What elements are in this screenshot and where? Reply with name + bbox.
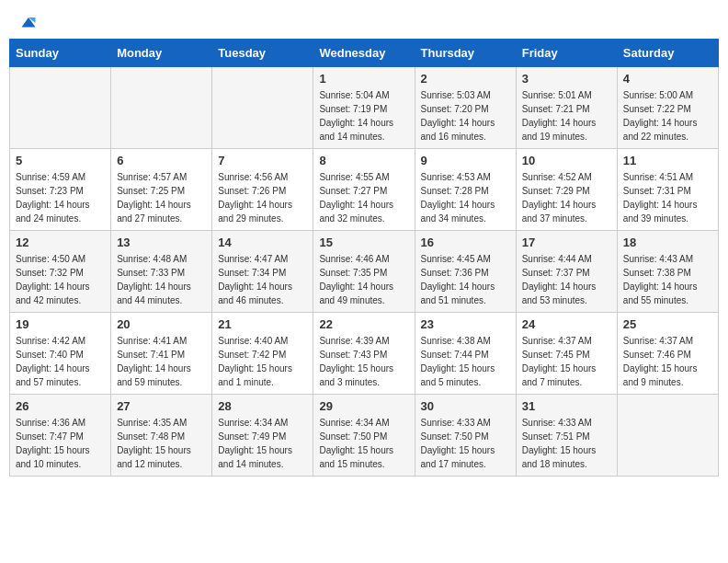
day-number: 12: [16, 236, 105, 249]
calendar-week-row: 19Sunrise: 4:42 AM Sunset: 7:40 PM Dayli…: [10, 313, 719, 395]
calendar-week-row: 5Sunrise: 4:59 AM Sunset: 7:23 PM Daylig…: [10, 149, 719, 231]
day-info: Sunrise: 4:47 AM Sunset: 7:34 PM Dayligh…: [218, 252, 307, 307]
weekday-header-saturday: Saturday: [617, 40, 718, 67]
calendar-cell: 15Sunrise: 4:46 AM Sunset: 7:35 PM Dayli…: [313, 231, 415, 313]
day-info: Sunrise: 4:44 AM Sunset: 7:37 PM Dayligh…: [522, 252, 611, 307]
calendar-cell: 9Sunrise: 4:53 AM Sunset: 7:28 PM Daylig…: [415, 149, 516, 231]
day-info: Sunrise: 4:46 AM Sunset: 7:35 PM Dayligh…: [319, 252, 408, 307]
weekday-header-tuesday: Tuesday: [212, 40, 313, 67]
day-info: Sunrise: 4:34 AM Sunset: 7:49 PM Dayligh…: [218, 416, 307, 471]
day-info: Sunrise: 4:45 AM Sunset: 7:36 PM Dayligh…: [421, 252, 510, 307]
day-info: Sunrise: 4:57 AM Sunset: 7:25 PM Dayligh…: [117, 170, 206, 225]
day-info: Sunrise: 4:37 AM Sunset: 7:46 PM Dayligh…: [623, 334, 712, 389]
logo-icon: [20, 15, 37, 31]
logo: [18, 15, 37, 31]
weekday-header-friday: Friday: [516, 40, 617, 67]
day-number: 30: [421, 399, 510, 413]
day-number: 29: [319, 399, 408, 413]
day-number: 22: [319, 317, 408, 331]
calendar-cell: 8Sunrise: 4:55 AM Sunset: 7:27 PM Daylig…: [313, 149, 415, 231]
calendar-cell: [617, 395, 718, 477]
day-info: Sunrise: 4:53 AM Sunset: 7:28 PM Dayligh…: [421, 170, 510, 225]
day-info: Sunrise: 4:50 AM Sunset: 7:32 PM Dayligh…: [16, 252, 105, 307]
day-number: 2: [421, 72, 510, 86]
day-number: 14: [218, 236, 307, 249]
calendar-cell: 10Sunrise: 4:52 AM Sunset: 7:29 PM Dayli…: [516, 149, 617, 231]
calendar-cell: 20Sunrise: 4:41 AM Sunset: 7:41 PM Dayli…: [111, 313, 212, 395]
day-number: 26: [16, 399, 105, 413]
day-info: Sunrise: 4:56 AM Sunset: 7:26 PM Dayligh…: [218, 170, 307, 225]
calendar-cell: 19Sunrise: 4:42 AM Sunset: 7:40 PM Dayli…: [10, 313, 111, 395]
calendar-cell: 4Sunrise: 5:00 AM Sunset: 7:22 PM Daylig…: [617, 67, 718, 149]
calendar-cell: [10, 67, 111, 149]
day-info: Sunrise: 4:33 AM Sunset: 7:51 PM Dayligh…: [522, 416, 611, 471]
day-number: 24: [522, 317, 611, 331]
calendar-cell: 14Sunrise: 4:47 AM Sunset: 7:34 PM Dayli…: [212, 231, 313, 313]
day-info: Sunrise: 4:51 AM Sunset: 7:31 PM Dayligh…: [623, 170, 712, 225]
day-info: Sunrise: 4:38 AM Sunset: 7:44 PM Dayligh…: [421, 334, 510, 389]
weekday-header-thursday: Thursday: [415, 40, 516, 67]
day-info: Sunrise: 4:43 AM Sunset: 7:38 PM Dayligh…: [623, 252, 712, 307]
calendar-week-row: 1Sunrise: 5:04 AM Sunset: 7:19 PM Daylig…: [10, 67, 719, 149]
day-info: Sunrise: 4:48 AM Sunset: 7:33 PM Dayligh…: [117, 252, 206, 307]
day-info: Sunrise: 4:37 AM Sunset: 7:45 PM Dayligh…: [522, 334, 611, 389]
calendar-cell: [111, 67, 212, 149]
calendar-cell: 17Sunrise: 4:44 AM Sunset: 7:37 PM Dayli…: [516, 231, 617, 313]
calendar-cell: 22Sunrise: 4:39 AM Sunset: 7:43 PM Dayli…: [313, 313, 415, 395]
day-info: Sunrise: 4:36 AM Sunset: 7:47 PM Dayligh…: [16, 416, 105, 471]
calendar-cell: 25Sunrise: 4:37 AM Sunset: 7:46 PM Dayli…: [617, 313, 718, 395]
weekday-header-sunday: Sunday: [10, 40, 111, 67]
calendar-cell: 2Sunrise: 5:03 AM Sunset: 7:20 PM Daylig…: [415, 67, 516, 149]
day-number: 7: [218, 154, 307, 167]
day-info: Sunrise: 4:59 AM Sunset: 7:23 PM Dayligh…: [16, 170, 105, 225]
calendar-cell: 18Sunrise: 4:43 AM Sunset: 7:38 PM Dayli…: [617, 231, 718, 313]
weekday-header-wednesday: Wednesday: [313, 40, 415, 67]
day-info: Sunrise: 5:00 AM Sunset: 7:22 PM Dayligh…: [623, 88, 712, 144]
calendar-cell: 7Sunrise: 4:56 AM Sunset: 7:26 PM Daylig…: [212, 149, 313, 231]
day-number: 3: [522, 72, 611, 86]
day-number: 20: [117, 317, 206, 331]
header: [0, 0, 728, 39]
day-number: 15: [319, 236, 408, 249]
calendar-cell: 31Sunrise: 4:33 AM Sunset: 7:51 PM Dayli…: [516, 395, 617, 477]
day-number: 10: [522, 154, 611, 167]
day-info: Sunrise: 4:34 AM Sunset: 7:50 PM Dayligh…: [319, 416, 408, 471]
calendar-container: SundayMondayTuesdayWednesdayThursdayFrid…: [0, 39, 728, 486]
day-info: Sunrise: 4:42 AM Sunset: 7:40 PM Dayligh…: [16, 334, 105, 389]
day-info: Sunrise: 5:03 AM Sunset: 7:20 PM Dayligh…: [421, 88, 510, 144]
calendar-cell: 23Sunrise: 4:38 AM Sunset: 7:44 PM Dayli…: [415, 313, 516, 395]
day-number: 31: [522, 399, 611, 413]
day-info: Sunrise: 4:40 AM Sunset: 7:42 PM Dayligh…: [218, 334, 307, 389]
day-number: 8: [319, 154, 408, 167]
calendar-cell: 3Sunrise: 5:01 AM Sunset: 7:21 PM Daylig…: [516, 67, 617, 149]
day-number: 5: [16, 154, 105, 167]
calendar-cell: 6Sunrise: 4:57 AM Sunset: 7:25 PM Daylig…: [111, 149, 212, 231]
calendar-cell: 5Sunrise: 4:59 AM Sunset: 7:23 PM Daylig…: [10, 149, 111, 231]
day-number: 27: [117, 399, 206, 413]
day-info: Sunrise: 4:52 AM Sunset: 7:29 PM Dayligh…: [522, 170, 611, 225]
day-number: 4: [623, 72, 712, 86]
calendar-cell: 28Sunrise: 4:34 AM Sunset: 7:49 PM Dayli…: [212, 395, 313, 477]
day-info: Sunrise: 4:39 AM Sunset: 7:43 PM Dayligh…: [319, 334, 408, 389]
day-number: 9: [421, 154, 510, 167]
day-number: 13: [117, 236, 206, 249]
day-number: 21: [218, 317, 307, 331]
day-number: 6: [117, 154, 206, 167]
calendar-cell: 30Sunrise: 4:33 AM Sunset: 7:50 PM Dayli…: [415, 395, 516, 477]
day-info: Sunrise: 4:55 AM Sunset: 7:27 PM Dayligh…: [319, 170, 408, 225]
calendar-cell: 13Sunrise: 4:48 AM Sunset: 7:33 PM Dayli…: [111, 231, 212, 313]
calendar-table: SundayMondayTuesdayWednesdayThursdayFrid…: [9, 39, 719, 477]
day-number: 19: [16, 317, 105, 331]
calendar-cell: 24Sunrise: 4:37 AM Sunset: 7:45 PM Dayli…: [516, 313, 617, 395]
day-number: 23: [421, 317, 510, 331]
day-info: Sunrise: 4:33 AM Sunset: 7:50 PM Dayligh…: [421, 416, 510, 471]
weekday-header-row: SundayMondayTuesdayWednesdayThursdayFrid…: [10, 40, 719, 67]
day-info: Sunrise: 4:35 AM Sunset: 7:48 PM Dayligh…: [117, 416, 206, 471]
day-number: 18: [623, 236, 712, 249]
calendar-cell: 11Sunrise: 4:51 AM Sunset: 7:31 PM Dayli…: [617, 149, 718, 231]
calendar-cell: 27Sunrise: 4:35 AM Sunset: 7:48 PM Dayli…: [111, 395, 212, 477]
calendar-cell: 16Sunrise: 4:45 AM Sunset: 7:36 PM Dayli…: [415, 231, 516, 313]
day-info: Sunrise: 5:04 AM Sunset: 7:19 PM Dayligh…: [319, 88, 408, 144]
day-number: 16: [421, 236, 510, 249]
calendar-cell: 21Sunrise: 4:40 AM Sunset: 7:42 PM Dayli…: [212, 313, 313, 395]
